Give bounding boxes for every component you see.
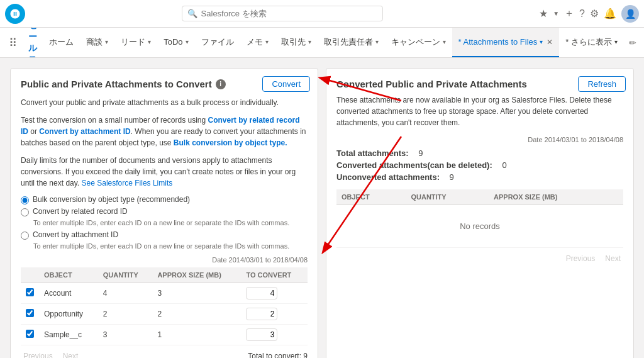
- tab-attachments-to-files[interactable]: * Attachments to Files ▾ ✕: [452, 28, 560, 57]
- stats-row-converted: Converted attachments(can be deleted): 0: [336, 160, 623, 170]
- row-check-cell: [21, 304, 39, 325]
- rth-quantity: QUANTITY: [406, 189, 489, 205]
- nav-item-files[interactable]: ファイル: [195, 28, 240, 57]
- nav-item-memo[interactable]: メモ ▾: [240, 28, 275, 57]
- rth-object: OBJECT: [336, 189, 406, 205]
- chevron-down-icon: ▾: [186, 38, 189, 45]
- no-records-cell: No records: [336, 205, 623, 248]
- nav-shodan-label: 商談: [86, 36, 103, 48]
- settings-icon[interactable]: ⚙: [590, 8, 599, 20]
- right-date-range: Date 2014/03/01 to 2018/04/08: [336, 136, 623, 143]
- tab-more[interactable]: * さらに表示 ▾: [559, 28, 624, 57]
- row-to-convert: [241, 325, 308, 345]
- right-prev-button[interactable]: Previous: [564, 253, 598, 264]
- nav-files-label: ファイル: [201, 36, 234, 48]
- radio-bulk: Bulk conversion by object type (recommen…: [21, 195, 308, 204]
- radio-related-label: Convert by related record ID: [33, 207, 128, 216]
- convert-button[interactable]: Convert: [262, 76, 310, 92]
- tab-close-icon[interactable]: ✕: [547, 38, 553, 47]
- radio-bulk-label: Bulk conversion by object type (recommen…: [33, 195, 190, 204]
- refresh-button[interactable]: Refresh: [578, 76, 626, 92]
- notifications-icon[interactable]: 🔔: [604, 8, 616, 20]
- nav-item-account[interactable]: 取引先 ▾: [275, 28, 318, 57]
- right-next-button[interactable]: Next: [602, 253, 623, 264]
- chevron-down-icon: ▾: [265, 38, 269, 45]
- search-bar[interactable]: 🔍: [182, 6, 383, 21]
- chevron-down-icon: ▾: [375, 38, 379, 45]
- radio-attachment-label: Convert by attachment ID: [33, 230, 118, 239]
- apps-icon[interactable]: ⠿: [3, 31, 23, 55]
- desc3: Daily limits for the number of documents…: [21, 155, 308, 189]
- radio-bulk-input[interactable]: [21, 196, 29, 204]
- desc1: Convert your public and private attachme…: [21, 97, 308, 108]
- main-content: Public and Private Attachments to Conver…: [0, 58, 644, 358]
- to-convert-input[interactable]: [246, 308, 277, 320]
- chevron-down-icon: ▾: [443, 38, 446, 45]
- radio-related: Convert by related record ID: [21, 207, 308, 216]
- row-quantity: 2: [98, 304, 153, 325]
- row-object: Sample__c: [39, 325, 98, 345]
- row-checkbox[interactable]: [26, 330, 34, 338]
- to-convert-input[interactable]: [246, 328, 277, 341]
- search-input[interactable]: [201, 9, 377, 18]
- row-checkbox[interactable]: [26, 309, 34, 317]
- left-panel: Public and Private Attachments to Conver…: [10, 68, 318, 358]
- chevron-down-icon: ▾: [540, 38, 543, 45]
- row-quantity: 4: [98, 283, 153, 304]
- convert-by-id-link2[interactable]: Convert by attachment ID: [39, 127, 130, 136]
- chevron-down-icon: ▾: [614, 38, 618, 45]
- favorites-icon[interactable]: ★: [539, 8, 548, 20]
- nav-tabs: * Attachments to Files ▾ ✕ * さらに表示 ▾: [452, 28, 624, 57]
- nav-item-shodan[interactable]: 商談 ▾: [80, 28, 114, 57]
- nav-memo-label: メモ: [247, 36, 263, 48]
- row-check-cell: [21, 283, 39, 304]
- desc2: Test the conversion on a small number of…: [21, 115, 308, 148]
- pagination-btns: Previous Next: [21, 350, 80, 358]
- nav-campaign-label: キャンペーン: [391, 36, 440, 48]
- stat-converted-value: 0: [502, 160, 506, 170]
- bulk-conversion-link[interactable]: Bulk conversion by object type.: [174, 138, 287, 147]
- help-icon[interactable]: ?: [579, 8, 585, 20]
- table-row: Account 4 3: [21, 283, 308, 304]
- to-convert-input[interactable]: [246, 287, 277, 299]
- stats-row-total: Total attachments: 9: [336, 148, 623, 158]
- salesforce-logo: [5, 4, 25, 24]
- org-name[interactable]: セールス: [23, 28, 43, 58]
- row-object: Account: [39, 283, 98, 304]
- row-checkbox[interactable]: [26, 288, 34, 296]
- stats-row-unconverted: Unconverted attachments: 9: [336, 172, 623, 182]
- no-records-label: No records: [341, 209, 618, 243]
- add-icon[interactable]: ＋: [564, 7, 574, 20]
- nav-item-lead[interactable]: リード ▾: [114, 28, 157, 57]
- salesforce-files-link[interactable]: See Salesforce Files Limits: [82, 179, 173, 187]
- radio-related-input[interactable]: [21, 208, 29, 216]
- stat-total-value: 9: [418, 148, 423, 158]
- row-quantity: 3: [98, 325, 153, 345]
- left-table: OBJECT QUANTITY APPROX SIZE (MB) TO CONV…: [21, 267, 308, 345]
- nav-item-contact[interactable]: 取引先責任者 ▾: [318, 28, 385, 57]
- edit-icon[interactable]: ✏: [624, 38, 641, 48]
- radio-group: Bulk conversion by object type (recommen…: [21, 195, 308, 250]
- prev-button[interactable]: Previous: [21, 350, 55, 358]
- tab-more-label: * さらに表示: [565, 36, 612, 48]
- search-icon: 🔍: [187, 9, 197, 18]
- chevron-down-icon: ▾: [105, 38, 108, 45]
- avatar[interactable]: 👤: [621, 5, 639, 23]
- nav-home-label: ホーム: [49, 36, 74, 48]
- dropdown-icon[interactable]: ▼: [553, 10, 559, 17]
- nav-item-campaign[interactable]: キャンペーン ▾: [385, 28, 452, 57]
- row-to-convert: [241, 283, 308, 304]
- right-table: OBJECT QUANTITY APPROX SIZE (MB) No reco…: [336, 189, 623, 248]
- stat-total-label: Total attachments:: [336, 148, 409, 158]
- radio-attachment-input[interactable]: [21, 232, 29, 240]
- next-button[interactable]: Next: [60, 350, 81, 358]
- nav-item-home[interactable]: ホーム: [43, 28, 80, 57]
- nav-account-label: 取引先: [281, 36, 306, 48]
- table-footer: Previous Next Total to convert: 9: [21, 345, 308, 358]
- nav-lead-label: リード: [121, 36, 145, 48]
- th-quantity: QUANTITY: [98, 267, 153, 283]
- row-approx-size: 3: [152, 283, 241, 304]
- rth-approx-size: APPROX SIZE (MB): [489, 189, 623, 205]
- nav-item-todo[interactable]: ToDo ▾: [157, 28, 194, 57]
- th-object: OBJECT: [39, 267, 98, 283]
